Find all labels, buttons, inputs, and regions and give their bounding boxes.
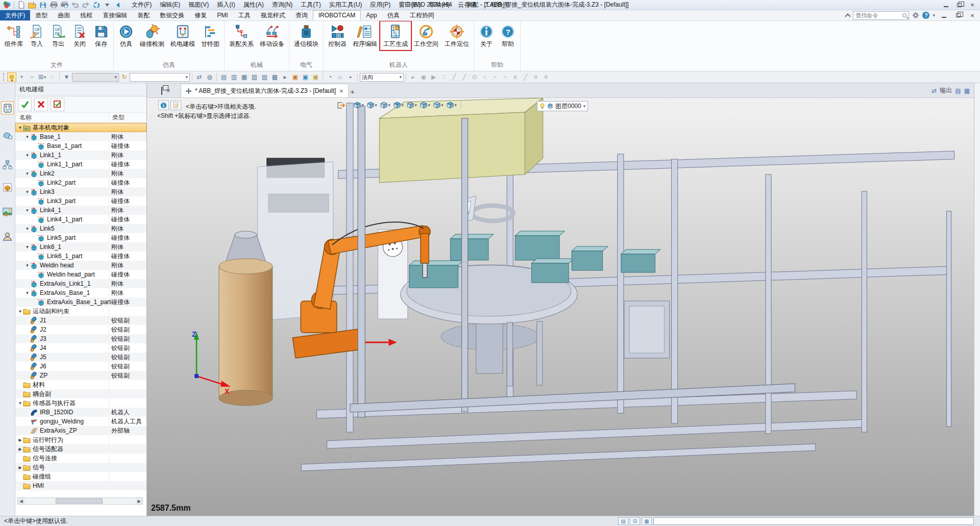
tree-row[interactable]: ExtraAxis_Link1_1刚体 xyxy=(15,279,146,288)
cancel-button[interactable] xyxy=(34,98,48,111)
grid-view-toggle-icon[interactable]: ▤ xyxy=(618,517,628,525)
ribbon-button[interactable]: UBDF导出 xyxy=(47,21,69,50)
search-input[interactable] xyxy=(855,12,900,18)
help-dropdown-icon[interactable]: ▾ xyxy=(933,13,935,18)
ribbon-button[interactable]: 关于 xyxy=(476,21,497,50)
history-tree-tab[interactable] xyxy=(1,159,14,171)
tree-row[interactable]: ▼ExtraAxis_Base_1刚体 xyxy=(15,288,146,297)
command-search[interactable] xyxy=(853,11,909,20)
tree-row[interactable]: Link6_1_part碰撞体 xyxy=(15,252,146,261)
tree-row[interactable]: ▼基本机电对象 xyxy=(15,123,146,132)
ribbon-button[interactable]: 移动设备 xyxy=(257,21,287,50)
scroll-thumb[interactable] xyxy=(56,498,103,504)
redo-icon[interactable] xyxy=(81,1,90,9)
menu-item-2[interactable]: 视图(V) xyxy=(184,0,213,10)
tree-row[interactable]: ▶运行时行为 xyxy=(15,435,146,444)
command-input[interactable] xyxy=(653,517,974,525)
tree-row[interactable]: Weldin head_part碰撞体 xyxy=(15,270,146,279)
toolbar-handle[interactable] xyxy=(3,73,5,81)
ribbon-tab-13[interactable]: App xyxy=(361,10,382,20)
tree-row[interactable]: ▶信号 xyxy=(15,463,146,472)
tree-row[interactable]: Link3_part碰撞体 xyxy=(15,196,146,206)
hook-icon[interactable]: ∩ xyxy=(335,72,345,82)
chevron-down-icon[interactable]: ▼ xyxy=(24,227,30,231)
appearance-icon[interactable]: ▾ xyxy=(353,100,365,110)
tree-row[interactable]: ▼Link1_1刚体 xyxy=(15,151,146,160)
tree-row[interactable]: ▼Base_1刚体 xyxy=(15,132,146,141)
selection-combo[interactable]: ▾ xyxy=(130,73,190,82)
chevron-down-icon[interactable]: ▼ xyxy=(17,401,23,406)
collapsed-right-panel[interactable] xyxy=(974,83,980,516)
chevron-down-icon[interactable]: ▼ xyxy=(24,245,30,249)
ribbon-button[interactable]: 仿真 xyxy=(115,21,137,50)
camera-icon[interactable]: ▾ xyxy=(406,100,418,110)
doc-minimize-button[interactable] xyxy=(938,11,949,19)
menu-item-7[interactable]: 实用工具(U) xyxy=(325,0,366,10)
help-icon[interactable]: ? xyxy=(922,12,929,19)
ribbon-button[interactable]: 控制器 xyxy=(325,21,350,50)
bounds-icon[interactable]: ▪ xyxy=(346,72,355,82)
ribbon-tab-2[interactable]: 曲面 xyxy=(53,10,75,20)
confirm-button[interactable] xyxy=(18,98,32,111)
add-icon[interactable]: + xyxy=(17,72,27,82)
ribbon-button[interactable]: 关闭 xyxy=(69,21,90,50)
ribbon-tab-9[interactable]: 工具 xyxy=(233,10,256,20)
mechatronics-panel-tab[interactable] xyxy=(1,102,14,114)
ribbon-button[interactable]: 保存 xyxy=(90,21,112,50)
ribbon-button[interactable]: 工件定位 xyxy=(442,21,472,50)
menu-item-5[interactable]: 查询(N) xyxy=(268,0,297,10)
chevron-down-icon[interactable]: ▼ xyxy=(24,135,30,139)
tree-row[interactable]: ▼Link4_1刚体 xyxy=(15,206,146,215)
tree-row[interactable]: J3铰链副 xyxy=(15,334,146,343)
ribbon-button[interactable]: 甘特图 xyxy=(198,21,223,50)
ribbon-tab-0[interactable]: 文件(F) xyxy=(0,10,30,20)
tree-row[interactable]: ▶信号适配器 xyxy=(15,444,146,454)
menu-item-4[interactable]: 属性(A) xyxy=(239,0,268,10)
table-view-toggle-icon[interactable]: ▦ xyxy=(642,517,652,525)
render-view-tab[interactable] xyxy=(1,206,14,218)
match-props-icon[interactable]: ▩ xyxy=(270,72,280,82)
view-refresh-icon[interactable] xyxy=(92,1,101,9)
info-icon[interactable] xyxy=(158,101,169,110)
assembly-tree-tab[interactable] xyxy=(1,129,14,142)
tree-row[interactable]: Link2_part碰撞体 xyxy=(15,178,146,187)
column-type[interactable]: 类型 xyxy=(109,113,146,122)
ribbon-button[interactable]: 程序编辑 xyxy=(350,21,380,50)
tree-row[interactable]: ZP铰链副 xyxy=(15,371,146,380)
viewport-canvas[interactable]: <单击右键>环境相关选项. <Shift +鼠标右键>显示选择过滤器. ▾▾▾▾… xyxy=(147,98,980,516)
remove-icon[interactable]: − xyxy=(27,72,37,82)
tree-row[interactable]: ▼Weldin head刚体 xyxy=(15,261,146,270)
swap-icon[interactable]: ⇄ xyxy=(194,72,204,82)
chevron-down-icon[interactable]: ▼ xyxy=(24,153,30,158)
tree-row[interactable]: J2铰链副 xyxy=(15,325,146,334)
transfer-icon[interactable]: ⇄ xyxy=(932,87,937,94)
print-icon[interactable] xyxy=(49,1,58,9)
menu-item-8[interactable]: 应用(P) xyxy=(366,0,395,10)
ribbon-button[interactable]: 工作空间 xyxy=(411,21,442,50)
chevron-down-icon[interactable]: ▼ xyxy=(17,126,23,130)
tree-row[interactable]: 信号连接 xyxy=(15,454,146,463)
grid-display-icon[interactable]: ▾ xyxy=(432,100,445,110)
distribute-h-icon[interactable]: ▧ xyxy=(250,72,259,82)
refresh-icon[interactable]: ↻ xyxy=(119,72,129,82)
tab-close-icon[interactable]: × xyxy=(339,87,344,95)
ribbon-button[interactable]: 00工艺生成 xyxy=(380,21,411,50)
ribbon-button[interactable]: 组件库 xyxy=(2,21,26,50)
menu-item-3[interactable]: 插入(I) xyxy=(213,0,239,10)
ribbon-tab-12[interactable]: IROBOTCAM xyxy=(313,10,361,20)
tree-row[interactable]: ▼传感器与执行器 xyxy=(15,398,146,408)
combo-dropdown-icon[interactable]: ▾ xyxy=(185,74,188,80)
combo-dropdown-icon[interactable]: ▾ xyxy=(399,74,402,80)
undo-icon[interactable] xyxy=(70,1,80,9)
tree-row[interactable]: J4铰链副 xyxy=(15,343,146,353)
tree-row[interactable]: ▼Link5刚体 xyxy=(15,224,146,233)
panel-toggle-icon[interactable]: ▤ xyxy=(955,87,961,94)
tree-row[interactable]: Link1_1_part碰撞体 xyxy=(15,160,146,169)
display-mode-icon[interactable]: ▾ xyxy=(366,100,378,110)
ribbon-button[interactable]: 通信模块 xyxy=(291,21,322,50)
ribbon-button[interactable]: 机电建模 xyxy=(167,21,198,50)
ribbon-tab-3[interactable]: 线框 xyxy=(75,10,97,20)
menu-item-1[interactable]: 编辑(E) xyxy=(156,0,184,10)
ribbon-tab-6[interactable]: 数据交换 xyxy=(155,10,189,20)
ribbon-button[interactable]: 碰撞检测 xyxy=(137,21,167,50)
